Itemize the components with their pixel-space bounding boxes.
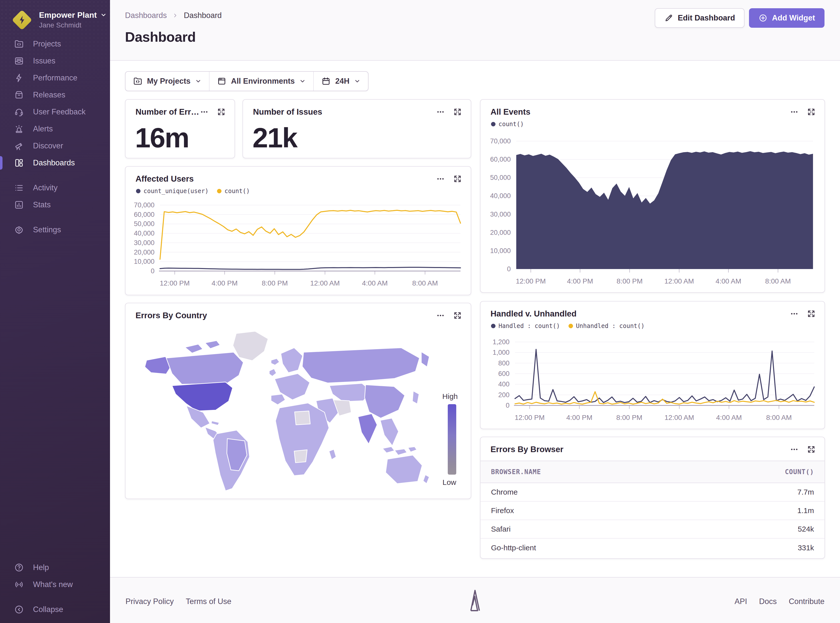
- terms-of-use-link[interactable]: Terms of Use: [186, 597, 231, 606]
- privacy-policy-link[interactable]: Privacy Policy: [126, 597, 174, 606]
- sidebar-item-label: Stats: [33, 200, 51, 209]
- sidebar-item-collapse[interactable]: Collapse: [0, 601, 110, 618]
- projects-filter[interactable]: My Projects: [126, 72, 209, 91]
- widget-title: Affected Users: [135, 174, 194, 184]
- all-events-chart[interactable]: 010,00020,00030,00040,00050,00060,00070,…: [484, 137, 822, 290]
- widget-number-of-issues: Number of Issues 21k: [243, 99, 471, 158]
- sentry-dashboard-app: Empower Plant Jane Schmidt Projects Issu…: [0, 0, 840, 623]
- sidebar-item-issues[interactable]: Issues: [0, 52, 110, 69]
- headset-icon: [14, 107, 24, 117]
- ellipsis-menu-icon[interactable]: [790, 310, 798, 318]
- org-user-name: Jane Schmidt: [39, 21, 107, 29]
- breadcrumb-dashboards[interactable]: Dashboards: [125, 11, 167, 20]
- sidebar-item-label: Settings: [33, 225, 61, 234]
- sidebar-item-activity[interactable]: Activity: [0, 180, 110, 196]
- contribute-link[interactable]: Contribute: [789, 597, 825, 606]
- stats-chart-icon: [14, 200, 24, 210]
- count-cell: 1.1m: [797, 506, 814, 515]
- count-cell: 331k: [798, 543, 814, 552]
- browser-name-cell: Go-http-client: [491, 543, 536, 552]
- widget-title: Errors By Browser: [491, 445, 563, 454]
- sentry-logo[interactable]: [467, 589, 483, 612]
- expand-icon[interactable]: [807, 445, 815, 454]
- environments-filter[interactable]: All Environments: [209, 72, 313, 91]
- browser-name-cell: Chrome: [491, 488, 518, 496]
- count-cell: 524k: [798, 525, 814, 533]
- svg-text:10,000: 10,000: [134, 258, 154, 265]
- sidebar-nav-tertiary: Settings: [0, 221, 110, 238]
- sidebar-item-stats[interactable]: Stats: [0, 196, 110, 213]
- ellipsis-menu-icon[interactable]: [790, 107, 798, 116]
- sidebar-item-label: Releases: [33, 91, 65, 100]
- ellipsis-menu-icon[interactable]: [436, 107, 445, 116]
- dashboard-content: My Projects All Environments 24H Number …: [110, 61, 840, 577]
- question-circle-icon: [14, 563, 24, 572]
- svg-text:800: 800: [498, 359, 509, 367]
- expand-icon[interactable]: [807, 107, 815, 116]
- folder-code-icon: [133, 77, 143, 86]
- svg-text:10,000: 10,000: [490, 247, 511, 255]
- sidebar-item-performance[interactable]: Performance: [0, 69, 110, 86]
- sidebar-item-label: Alerts: [33, 124, 53, 134]
- header-actions: Edit Dashboard Add Widget: [655, 8, 825, 28]
- sidebar-item-projects[interactable]: Projects: [0, 35, 110, 52]
- svg-text:60,000: 60,000: [134, 211, 154, 218]
- expand-icon[interactable]: [453, 311, 462, 320]
- edit-dashboard-button[interactable]: Edit Dashboard: [655, 8, 745, 28]
- sidebar-item-settings[interactable]: Settings: [0, 221, 110, 238]
- ellipsis-menu-icon[interactable]: [790, 445, 798, 454]
- svg-text:70,000: 70,000: [490, 137, 511, 145]
- chevron-left-circle-icon: [14, 605, 24, 614]
- expand-icon[interactable]: [807, 310, 815, 318]
- page-title: Dashboard: [125, 29, 196, 45]
- legend-item: Unhandled : count(): [569, 322, 645, 330]
- chevron-down-icon: [299, 78, 306, 84]
- api-link[interactable]: API: [734, 597, 747, 606]
- widget-all-events: All Events count() 010,00020,00030,00040…: [480, 99, 825, 293]
- sidebar-item-label: Help: [33, 563, 49, 572]
- chevron-down-icon: [195, 78, 202, 84]
- count-cell: 7.7m: [797, 488, 814, 496]
- siren-icon: [14, 124, 24, 134]
- ellipsis-menu-icon[interactable]: [436, 311, 445, 320]
- ellipsis-menu-icon[interactable]: [436, 175, 445, 183]
- sidebar-item-discover[interactable]: Discover: [0, 137, 110, 154]
- world-choropleth-map[interactable]: [132, 327, 443, 492]
- sidebar-item-help[interactable]: Help: [0, 559, 110, 576]
- breadcrumb-current: Dashboard: [184, 11, 222, 20]
- svg-text:1,000: 1,000: [492, 349, 509, 356]
- add-widget-button[interactable]: Add Widget: [749, 8, 825, 28]
- sidebar-item-user-feedback[interactable]: User Feedback: [0, 103, 110, 120]
- sidebar-item-alerts[interactable]: Alerts: [0, 120, 110, 137]
- widget-handled-v-unhandled: Handled v. Unhandled Handled : count() U…: [480, 301, 825, 429]
- sidebar-item-label: User Feedback: [33, 107, 86, 117]
- broadcast-icon: [14, 580, 24, 589]
- handled-unhandled-chart[interactable]: 02004006008001,0001,20012:00 PM4:00 PM8:…: [483, 338, 823, 426]
- expand-icon[interactable]: [453, 175, 462, 183]
- expand-icon[interactable]: [453, 107, 462, 116]
- svg-text:12:00 AM: 12:00 AM: [665, 414, 694, 421]
- widget-title: Handled v. Unhandled: [491, 309, 577, 319]
- sidebar: Empower Plant Jane Schmidt Projects Issu…: [0, 0, 110, 623]
- sidebar-item-label: What's new: [33, 580, 73, 589]
- svg-text:1,200: 1,200: [492, 338, 509, 346]
- sidebar-item-releases[interactable]: Releases: [0, 86, 110, 103]
- sidebar-item-whats-new[interactable]: What's new: [0, 576, 110, 593]
- svg-text:8:00 PM: 8:00 PM: [617, 277, 643, 285]
- lightning-icon: [14, 73, 24, 83]
- svg-text:4:00 PM: 4:00 PM: [566, 414, 592, 421]
- expand-icon[interactable]: [217, 107, 226, 116]
- widget-errors-by-browser: Errors By Browser BROWSER.NAME COUNT() C…: [480, 437, 825, 559]
- affected-users-chart[interactable]: 010,00020,00030,00040,00050,00060,00070,…: [128, 201, 469, 292]
- svg-text:600: 600: [498, 370, 509, 377]
- time-range-filter[interactable]: 24H: [313, 72, 368, 91]
- folder-code-icon: [14, 39, 24, 49]
- widget-title: Number of Err…: [135, 107, 199, 117]
- sidebar-item-dashboards[interactable]: Dashboards: [0, 154, 110, 171]
- ellipsis-menu-icon[interactable]: [200, 107, 209, 116]
- footer-links-left: Privacy Policy Terms of Use: [126, 597, 231, 606]
- docs-link[interactable]: Docs: [759, 597, 777, 606]
- widget-number-of-errors: Number of Err… 16m: [125, 99, 235, 158]
- org-switcher[interactable]: Empower Plant Jane Schmidt: [11, 9, 107, 31]
- column-count: COUNT(): [785, 468, 814, 476]
